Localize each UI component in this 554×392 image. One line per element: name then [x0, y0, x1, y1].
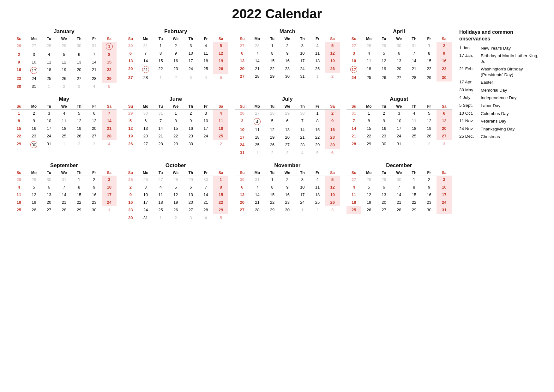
day-header-mo: Mo — [361, 170, 376, 176]
day-cell: 28 — [198, 206, 214, 214]
day-cell: 11 — [153, 191, 168, 199]
day-cell: 12 — [72, 117, 87, 125]
day-cell: 2 — [280, 176, 295, 184]
day-cell: 19 — [265, 134, 280, 141]
day-cell: 28 — [295, 141, 310, 149]
day-header-fr: Fr — [198, 170, 214, 176]
day-header-fr: Fr — [422, 170, 437, 176]
day-header-th: Th — [295, 170, 310, 176]
day-cell: 14 — [295, 126, 310, 134]
holidays-title: Holidays and common observances — [459, 29, 541, 42]
day-cell: 26 — [11, 42, 27, 51]
day-cell: 4 — [406, 110, 422, 117]
holiday-item: 4 JulyIndependence Day — [459, 95, 541, 101]
day-cell: 3 — [183, 74, 198, 81]
day-cell: 2 — [11, 51, 27, 58]
day-cell: 9 — [168, 50, 183, 57]
day-cell: 11 — [11, 191, 27, 199]
day-cell: 21 — [153, 132, 168, 140]
day-cell: 9 — [376, 117, 392, 125]
day-cell: 25 — [11, 206, 27, 214]
day-cell: 27 — [235, 42, 250, 50]
day-cell: 4 — [361, 50, 376, 57]
day-cell: 10 — [27, 58, 42, 66]
day-cell: 6 — [183, 184, 198, 191]
holidays-panel: Holidays and common observances1 Jan.New… — [456, 27, 545, 223]
day-header-tu: Tu — [41, 104, 57, 110]
day-cell: 19 — [57, 66, 72, 75]
day-cell: 6 — [391, 50, 406, 57]
day-cell: 20 — [138, 132, 153, 140]
day-cell: 9 — [280, 184, 295, 191]
month-september: SeptemberSuMoTuWeThFrSa28293031123456789… — [9, 161, 119, 223]
holiday-name: Washington's Birthday (Presidents' Day) — [481, 66, 541, 77]
day-cell: 29 — [310, 141, 325, 149]
day-cell: 21 — [87, 66, 102, 75]
day-cell: 1 — [153, 74, 168, 81]
day-cell: 13 — [235, 191, 250, 199]
day-cell: 6 — [437, 110, 452, 117]
day-cell: 3 — [280, 149, 295, 157]
day-cell: 8 — [265, 50, 280, 57]
day-cell: 17 — [391, 125, 406, 132]
day-cell: 1 — [250, 149, 265, 157]
day-cell: 19 — [27, 199, 42, 206]
day-cell: 17 — [295, 57, 310, 65]
day-cell: 28 — [138, 74, 153, 81]
day-cell: 8 — [153, 50, 168, 57]
day-cell: 24 — [102, 199, 117, 206]
day-cell: 5 — [213, 42, 228, 50]
holiday-item: 25 Dec.Christmas — [459, 134, 541, 140]
day-cell: 1 — [102, 42, 117, 51]
day-cell: 28 — [41, 42, 57, 51]
day-cell: 27 — [235, 73, 250, 80]
day-cell: 26 — [168, 206, 183, 214]
day-cell: 23 — [11, 75, 27, 82]
day-cell: 26 — [325, 199, 340, 206]
day-cell: 20 — [437, 125, 452, 132]
day-cell: 29 — [57, 42, 72, 51]
day-cell: 18 — [57, 125, 72, 132]
day-header-th: Th — [72, 36, 87, 42]
day-cell: 5 — [376, 50, 392, 57]
day-cell: 22 — [406, 199, 422, 206]
day-header-we: We — [57, 104, 72, 110]
day-cell: 31 — [138, 214, 153, 222]
month-august: AugustSuMoTuWeThFrSa31123456789101112131… — [345, 95, 454, 158]
day-cell: 7 — [138, 50, 153, 57]
day-cell: 23 — [168, 65, 183, 74]
day-cell: 31 — [391, 140, 406, 148]
day-header-th: Th — [183, 104, 198, 110]
day-cell: 24 — [437, 199, 452, 206]
day-cell: 18 — [310, 191, 325, 199]
day-header-sa: Sa — [213, 36, 228, 42]
day-cell: 15 — [168, 125, 183, 132]
day-cell: 13 — [376, 191, 392, 199]
day-cell: 2 — [325, 73, 340, 80]
day-cell: 28 — [346, 140, 362, 148]
day-header-sa: Sa — [213, 170, 228, 176]
day-cell: 28 — [102, 132, 117, 140]
holiday-name: Thanksgiving Day — [481, 126, 515, 132]
day-cell: 8 — [406, 184, 422, 191]
day-cell: 15 — [310, 126, 325, 134]
day-cell: 29 — [183, 176, 198, 184]
day-cell: 16 — [422, 191, 437, 199]
holiday-item: 17 Jan.Birthday of Martin Luther King, J… — [459, 53, 541, 64]
day-header-fr: Fr — [422, 104, 437, 110]
day-cell: 30 — [376, 140, 392, 148]
day-cell: 15 — [265, 57, 280, 65]
day-cell: 5 — [422, 110, 437, 117]
day-cell: 18 — [250, 134, 265, 141]
day-header-sa: Sa — [437, 104, 452, 110]
day-cell: 21 — [102, 125, 117, 132]
day-cell: 13 — [123, 57, 138, 65]
day-cell: 1 — [153, 42, 168, 50]
day-cell: 28 — [265, 110, 280, 117]
month-title: January — [11, 28, 117, 35]
day-cell: 16 — [280, 57, 295, 65]
day-cell: 11 — [57, 117, 72, 125]
day-cell: 13 — [87, 117, 102, 125]
day-cell: 19 — [325, 191, 340, 199]
day-cell: 1 — [57, 140, 72, 149]
